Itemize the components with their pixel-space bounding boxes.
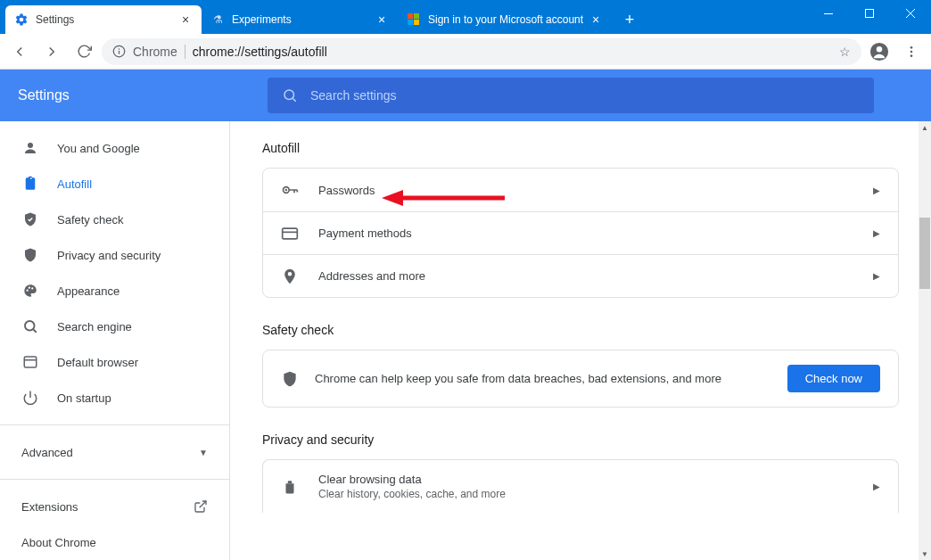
sidebar-item-safety-check[interactable]: Safety check xyxy=(0,202,229,237)
svg-point-14 xyxy=(910,50,913,53)
chevron-right-icon: ▶ xyxy=(873,228,880,238)
sidebar-item-autofill[interactable]: Autofill xyxy=(0,166,229,202)
scroll-down-icon[interactable]: ▼ xyxy=(919,548,931,560)
site-info-icon[interactable] xyxy=(112,45,126,58)
gear-icon xyxy=(14,12,29,27)
reload-button[interactable] xyxy=(70,37,98,66)
sidebar-item-on-startup[interactable]: On startup xyxy=(0,380,229,416)
sidebar-item-label: Advanced xyxy=(21,446,73,459)
close-icon[interactable]: × xyxy=(375,12,389,27)
section-title-safety: Safety check xyxy=(262,323,899,337)
minimize-button[interactable] xyxy=(808,0,849,27)
autofill-row-payment[interactable]: Payment methods ▶ xyxy=(263,211,898,254)
svg-point-19 xyxy=(27,290,29,292)
sidebar-item-label: Default browser xyxy=(57,356,138,369)
autofill-row-addresses[interactable]: Addresses and more ▶ xyxy=(263,254,898,297)
bookmark-icon[interactable]: ☆ xyxy=(839,45,851,59)
shield-icon xyxy=(21,246,39,264)
forward-button[interactable] xyxy=(37,37,66,66)
sidebar-item-you-and-google[interactable]: You and Google xyxy=(0,130,229,166)
sidebar-item-label: About Chrome xyxy=(21,536,96,549)
sidebar-item-label: On startup xyxy=(57,391,111,405)
privacy-row-clear-data[interactable]: Clear browsing data Clear history, cooki… xyxy=(262,459,899,513)
safety-check-card: Chrome can help keep you safe from data … xyxy=(262,350,899,408)
autofill-row-passwords[interactable]: Passwords ▶ xyxy=(263,169,898,211)
sidebar-item-about-chrome[interactable]: About Chrome xyxy=(0,524,229,560)
svg-rect-5 xyxy=(866,10,874,18)
settings-search[interactable] xyxy=(268,78,874,113)
svg-rect-3 xyxy=(414,20,419,25)
browser-icon xyxy=(21,353,39,371)
sidebar-item-search-engine[interactable]: Search engine xyxy=(0,309,229,344)
tab-title: Settings xyxy=(36,13,173,26)
sidebar-item-label: Autofill xyxy=(57,177,92,191)
maximize-button[interactable] xyxy=(849,0,890,27)
pin-icon xyxy=(281,268,299,285)
settings-header: Settings xyxy=(0,70,931,121)
scrollbar[interactable]: ▲ ▼ xyxy=(919,121,931,560)
chevron-down-icon: ▼ xyxy=(199,448,208,457)
settings-title: Settings xyxy=(18,87,232,103)
close-icon[interactable]: × xyxy=(589,12,603,27)
tab-strip: Settings × ⚗ Experiments × Sign in to yo… xyxy=(0,0,642,34)
search-icon xyxy=(21,317,39,335)
profile-button[interactable] xyxy=(865,37,894,66)
sidebar-item-extensions[interactable]: Extensions xyxy=(0,489,229,524)
svg-point-18 xyxy=(28,143,33,148)
svg-point-29 xyxy=(285,189,288,192)
tab-experiments[interactable]: ⚗ Experiments × xyxy=(202,5,398,34)
chevron-right-icon: ▶ xyxy=(873,185,880,195)
svg-point-20 xyxy=(29,287,30,289)
url-scheme: Chrome xyxy=(133,45,177,59)
svg-line-17 xyxy=(292,98,295,101)
divider xyxy=(0,424,229,425)
chevron-right-icon: ▶ xyxy=(873,482,880,491)
external-link-icon xyxy=(194,499,208,514)
tab-microsoft-signin[interactable]: Sign in to your Microsoft account × xyxy=(398,5,612,34)
close-icon[interactable]: × xyxy=(178,12,193,27)
svg-line-23 xyxy=(33,329,36,332)
sidebar-item-appearance[interactable]: Appearance xyxy=(0,273,229,309)
divider xyxy=(185,45,185,59)
divider xyxy=(0,479,229,480)
card-icon xyxy=(281,225,299,243)
back-button[interactable] xyxy=(5,37,34,66)
svg-rect-24 xyxy=(24,357,37,367)
chevron-right-icon: ▶ xyxy=(873,271,880,281)
sidebar-item-privacy[interactable]: Privacy and security xyxy=(0,237,229,273)
scroll-up-icon[interactable]: ▲ xyxy=(919,121,931,134)
sidebar-item-label: Extensions xyxy=(21,500,78,514)
svg-point-22 xyxy=(25,321,35,331)
url-text: chrome://settings/autofill xyxy=(193,45,327,59)
sidebar-item-label: You and Google xyxy=(57,142,140,155)
power-icon xyxy=(21,389,39,407)
svg-point-13 xyxy=(910,46,913,49)
sidebar-item-advanced[interactable]: Advanced ▼ xyxy=(0,434,229,470)
svg-point-21 xyxy=(31,287,33,289)
sidebar-item-label: Search engine xyxy=(57,320,132,334)
sidebar-item-default-browser[interactable]: Default browser xyxy=(0,344,229,380)
address-bar[interactable]: Chrome chrome://settings/autofill ☆ xyxy=(102,38,861,65)
search-icon xyxy=(282,87,298,103)
scrollbar-thumb[interactable] xyxy=(919,218,930,289)
tab-title: Experiments xyxy=(232,13,369,26)
svg-line-27 xyxy=(200,501,206,507)
clipboard-icon xyxy=(21,175,39,193)
shield-check-icon xyxy=(21,210,39,228)
flask-icon: ⚗ xyxy=(210,12,225,27)
palette-icon xyxy=(21,282,39,300)
section-title-autofill: Autofill xyxy=(262,141,899,155)
check-now-button[interactable]: Check now xyxy=(787,365,880,392)
shield-icon xyxy=(281,370,299,388)
row-label: Addresses and more xyxy=(318,269,425,283)
section-title-privacy: Privacy and security xyxy=(262,432,899,447)
new-tab-button[interactable]: + xyxy=(617,7,642,32)
menu-button[interactable] xyxy=(897,37,926,66)
settings-sidebar: You and Google Autofill Safety check Pri… xyxy=(0,121,230,560)
trash-icon xyxy=(281,479,299,495)
settings-search-input[interactable] xyxy=(310,88,860,103)
svg-rect-0 xyxy=(408,13,413,19)
tab-settings[interactable]: Settings × xyxy=(5,5,202,34)
svg-point-15 xyxy=(910,54,913,57)
close-button[interactable] xyxy=(890,0,931,27)
